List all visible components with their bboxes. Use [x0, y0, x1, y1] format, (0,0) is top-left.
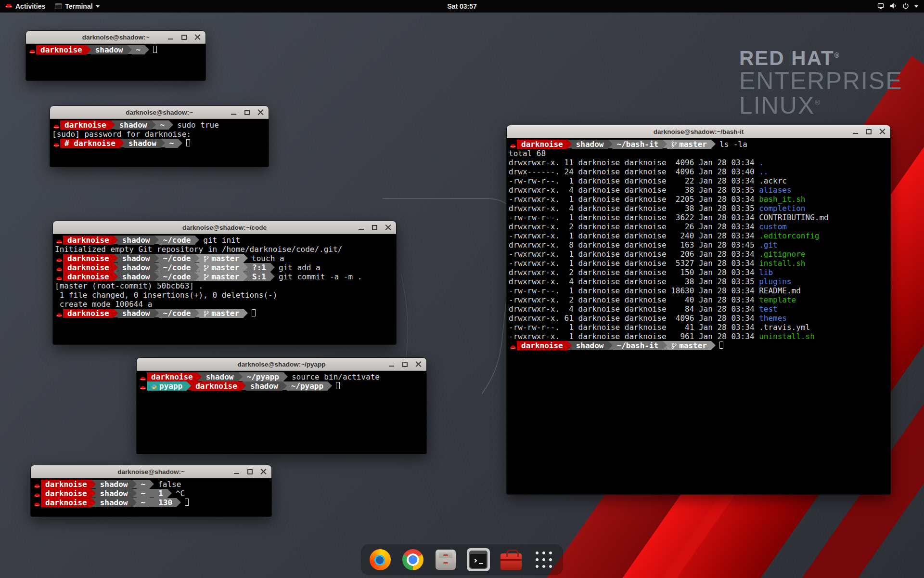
powerline-arrow-icon: [145, 45, 149, 54]
toolbox-icon[interactable]: [500, 548, 523, 571]
prompt-path-segment: ~/bash-it: [613, 341, 663, 350]
branch-icon: [204, 263, 209, 272]
terminal-text: drwxrwxr-x. 2 darknoise darknoise 26 Jan…: [509, 222, 759, 231]
terminal-line: -rw-rw-r--. 1 darknoise darknoise 3622 J…: [509, 213, 888, 222]
window-titlebar[interactable]: darknoise@shadow:~/bash-it: [507, 125, 890, 138]
directory-name: ..: [759, 167, 768, 176]
minimize-icon[interactable]: [231, 109, 237, 116]
powerline-arrow-icon: [567, 140, 572, 148]
executable-name: .editorconfig: [759, 231, 819, 240]
terminal-window-sudo: darknoise@shadow:~ darknoiseshadow~sudo …: [50, 106, 269, 167]
screen-icon[interactable]: [877, 2, 885, 11]
powerline-arrow-icon: [242, 381, 246, 390]
branch-icon: [204, 254, 209, 263]
window-title: darknoise@shadow:~/bash-it: [654, 128, 744, 135]
prompt-user-segment: darknoise: [36, 45, 87, 54]
terminal-line: darknoiseshadow~/bash-itmaster: [509, 341, 888, 350]
terminal-line: -rwxrwxr-x. 1 darknoise darknoise 5327 J…: [509, 259, 888, 268]
terminal-text: drwxrwxr-x. 4 darknoise darknoise 38 Jan…: [509, 185, 759, 195]
maximize-icon[interactable]: [866, 129, 872, 135]
prompt-host-segment: shadow: [115, 120, 152, 130]
chevron-down-icon[interactable]: [914, 5, 918, 8]
prompt-host-segment: shadow: [91, 45, 128, 54]
app-grid-icon-art: [534, 550, 554, 570]
prompt-exit-code-segment: 1: [154, 489, 167, 498]
terminal-content[interactable]: darknoiseshadow~falsedarknoiseshadow~1^C…: [31, 478, 271, 516]
maximize-icon[interactable]: [402, 361, 408, 368]
terminal-line: drwxrwxr-x. 4 darknoise darknoise 38 Jan…: [509, 185, 888, 195]
files-icon[interactable]: [434, 548, 457, 571]
close-icon[interactable]: [415, 361, 422, 368]
terminal-line: [master (root-commit) 50bcb63] .: [55, 281, 394, 290]
app-menu-terminal[interactable]: Terminal: [50, 0, 104, 13]
firefox-icon[interactable]: [369, 548, 392, 571]
terminal-text: CONTRIBUTING.md: [759, 213, 829, 222]
terminal-line: drwxrwxr-x. 4 darknoise darknoise 38 Jan…: [509, 277, 888, 286]
terminal-text: -rwxrwxr-x. 1 darknoise darknoise 5327 J…: [509, 259, 759, 268]
clock[interactable]: Sat 03:57: [447, 2, 476, 10]
maximize-icon[interactable]: [372, 224, 378, 231]
terminal-text: drwxrwxr-x. 61 darknoise darknoise 4096 …: [509, 314, 759, 323]
terminal-line: drwxrwxr-x. 11 darknoise darknoise 4096 …: [509, 158, 888, 167]
powerline-arrow-icon: [154, 236, 159, 244]
terminal-line: drwx------. 24 darknoise darknoise 4096 …: [509, 167, 888, 176]
terminal-line: -rw-rw-r--. 1 darknoise darknoise 18630 …: [509, 286, 888, 295]
terminal-line: [sudo] password for darknoise:: [52, 130, 267, 139]
window-titlebar[interactable]: darknoise@shadow:~: [31, 465, 271, 478]
terminal-icon[interactable]: [467, 548, 490, 571]
volume-icon[interactable]: [889, 2, 897, 11]
terminal-text: create mode 100644 a: [55, 300, 152, 309]
redhat-prompt-icon: [509, 341, 517, 352]
window-titlebar[interactable]: darknoise@shadow:~/pyapp: [137, 358, 426, 371]
powerline-arrow-icon: [195, 254, 199, 263]
command-text: git init: [203, 236, 240, 245]
maximize-icon[interactable]: [244, 109, 250, 116]
prompt-host-segment: shadow: [118, 309, 154, 318]
powerline-arrow-icon: [244, 309, 248, 317]
terminal-content[interactable]: darknoiseshadow~/bash-itmasterls -latota…: [507, 138, 890, 494]
powerline-arrow-icon: [187, 381, 191, 390]
close-icon[interactable]: [879, 129, 886, 135]
minimize-icon[interactable]: [852, 129, 859, 135]
minimize-icon[interactable]: [388, 361, 395, 368]
window-titlebar[interactable]: darknoise@shadow:~: [50, 106, 269, 119]
prompt-git-status-segment: ?:1: [248, 263, 270, 272]
close-icon[interactable]: [194, 34, 201, 40]
window-titlebar[interactable]: darknoise@shadow:~/code: [53, 221, 396, 234]
prompt-host-segment: shadow: [572, 341, 608, 350]
window-titlebar[interactable]: darknoise@shadow:~: [26, 31, 205, 44]
minimize-icon[interactable]: [233, 469, 240, 475]
activities-button[interactable]: Activities: [0, 0, 50, 13]
app-grid-icon[interactable]: [532, 548, 555, 571]
prompt-path-segment: ~/code: [159, 272, 195, 281]
executable-name: install.sh: [759, 259, 805, 268]
powerline-arrow-icon: [270, 272, 275, 281]
terminal-content[interactable]: darknoiseshadow~: [26, 44, 205, 80]
powerline-arrow-icon: [663, 140, 667, 148]
prompt-host-segment: shadow: [124, 139, 161, 148]
terminal-content[interactable]: darknoiseshadow~/codegit initInitialized…: [53, 234, 396, 344]
chrome-icon[interactable]: [401, 548, 424, 571]
close-icon[interactable]: [385, 224, 391, 231]
terminal-content[interactable]: darknoiseshadow~sudo true[sudo] password…: [50, 119, 269, 167]
powerline-arrow-icon: [282, 381, 287, 390]
prompt-host-segment: shadow: [118, 236, 154, 245]
terminal-line: darknoiseshadow~/pyappsource bin/activat…: [139, 372, 424, 381]
powerline-arrow-icon: [114, 254, 118, 263]
minimize-icon[interactable]: [358, 224, 364, 231]
maximize-icon[interactable]: [181, 34, 187, 40]
prompt-venv-segment: pyapp: [147, 381, 187, 391]
redhat-prompt-icon: [52, 139, 60, 149]
powerline-arrow-icon: [195, 263, 199, 272]
close-icon[interactable]: [260, 469, 267, 475]
terminal-content[interactable]: darknoiseshadow~/pyappsource bin/activat…: [137, 371, 426, 454]
prompt-host-segment: shadow: [96, 498, 132, 507]
maximize-icon[interactable]: [247, 469, 253, 475]
powerline-arrow-icon: [132, 480, 137, 488]
prompt-host-segment: shadow: [118, 272, 154, 281]
powerline-arrow-icon: [608, 341, 613, 350]
close-icon[interactable]: [257, 109, 264, 116]
minimize-icon[interactable]: [167, 34, 174, 40]
directory-name: test: [759, 304, 778, 314]
power-icon[interactable]: [902, 2, 910, 11]
